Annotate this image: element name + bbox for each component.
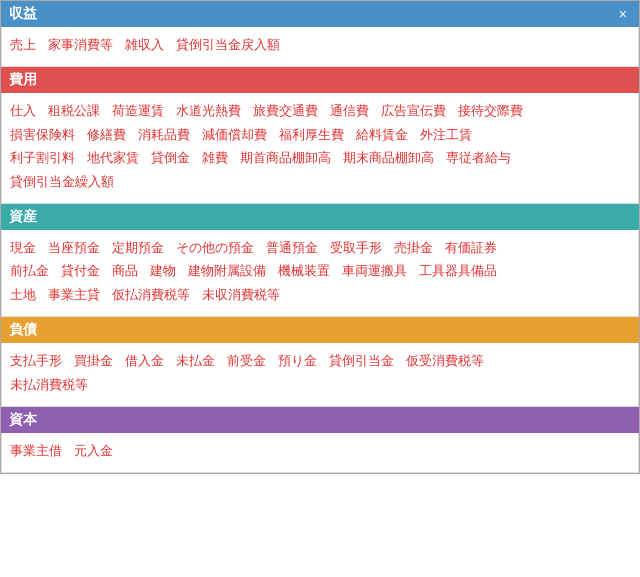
- item-expense-1-5[interactable]: 給料賃金: [356, 123, 408, 146]
- section-expense: 費用仕入租税公課荷造運賃水道光熱費旅費交通費通信費広告宣伝費接待交際費損害保険料…: [1, 67, 639, 204]
- section-liabilities: 負債支払手形買掛金借入金未払金前受金預り金貸倒引当金仮受消費税等未払消費税等: [1, 317, 639, 407]
- item-assets-0-1[interactable]: 当座預金: [48, 236, 100, 259]
- item-expense-1-4[interactable]: 福利厚生費: [279, 123, 344, 146]
- item-row-expense-1: 損害保険料修繕費消耗品費減価償却費福利厚生費給料賃金外注工賃: [10, 123, 630, 146]
- section-content-income: 売上家事消費等雑収入貸倒引当金戻入額: [1, 27, 639, 67]
- item-row-expense-2: 利子割引料地代家賃貸倒金雑費期首商品棚卸高期末商品棚卸高専従者給与: [10, 146, 630, 169]
- item-expense-0-4[interactable]: 旅費交通費: [253, 99, 318, 122]
- item-assets-1-0[interactable]: 前払金: [10, 259, 49, 282]
- item-assets-1-6[interactable]: 車両運搬具: [342, 259, 407, 282]
- item-income-0-3[interactable]: 貸倒引当金戻入額: [176, 33, 280, 56]
- item-assets-0-6[interactable]: 売掛金: [394, 236, 433, 259]
- item-expense-2-6[interactable]: 専従者給与: [446, 146, 511, 169]
- item-income-0-2[interactable]: 雑収入: [125, 33, 164, 56]
- item-expense-0-0[interactable]: 仕入: [10, 99, 36, 122]
- item-expense-1-6[interactable]: 外注工賃: [420, 123, 472, 146]
- item-expense-0-3[interactable]: 水道光熱費: [176, 99, 241, 122]
- item-expense-2-0[interactable]: 利子割引料: [10, 146, 75, 169]
- main-window: 収益×売上家事消費等雑収入貸倒引当金戻入額費用仕入租税公課荷造運賃水道光熱費旅費…: [0, 0, 640, 474]
- section-label-assets: 資産: [9, 208, 37, 226]
- item-assets-0-5[interactable]: 受取手形: [330, 236, 382, 259]
- close-button[interactable]: ×: [615, 6, 631, 22]
- section-header-assets: 資産: [1, 204, 639, 230]
- item-row-assets-0: 現金当座預金定期預金その他の預金普通預金受取手形売掛金有価証券: [10, 236, 630, 259]
- item-income-0-1[interactable]: 家事消費等: [48, 33, 113, 56]
- item-assets-2-2[interactable]: 仮払消費税等: [112, 283, 190, 306]
- item-row-assets-2: 土地事業主貸仮払消費税等未収消費税等: [10, 283, 630, 306]
- item-liabilities-1-0[interactable]: 未払消費税等: [10, 373, 88, 396]
- item-expense-3-0[interactable]: 貸倒引当金繰入額: [10, 170, 114, 193]
- item-expense-1-3[interactable]: 減価償却費: [202, 123, 267, 146]
- item-row-liabilities-1: 未払消費税等: [10, 373, 630, 396]
- item-capital-0-1[interactable]: 元入金: [74, 439, 113, 462]
- item-row-liabilities-0: 支払手形買掛金借入金未払金前受金預り金貸倒引当金仮受消費税等: [10, 349, 630, 372]
- item-expense-2-3[interactable]: 雑費: [202, 146, 228, 169]
- item-liabilities-0-1[interactable]: 買掛金: [74, 349, 113, 372]
- section-capital: 資本事業主借元入金: [1, 407, 639, 473]
- item-assets-1-1[interactable]: 貸付金: [61, 259, 100, 282]
- section-header-income: 収益×: [1, 1, 639, 27]
- section-content-expense: 仕入租税公課荷造運賃水道光熱費旅費交通費通信費広告宣伝費接待交際費損害保険料修繕…: [1, 93, 639, 204]
- item-liabilities-0-7[interactable]: 仮受消費税等: [406, 349, 484, 372]
- section-income: 収益×売上家事消費等雑収入貸倒引当金戻入額: [1, 1, 639, 67]
- item-assets-0-4[interactable]: 普通預金: [266, 236, 318, 259]
- item-assets-1-2[interactable]: 商品: [112, 259, 138, 282]
- item-expense-2-4[interactable]: 期首商品棚卸高: [240, 146, 331, 169]
- section-header-liabilities: 負債: [1, 317, 639, 343]
- item-capital-0-0[interactable]: 事業主借: [10, 439, 62, 462]
- item-row-expense-0: 仕入租税公課荷造運賃水道光熱費旅費交通費通信費広告宣伝費接待交際費: [10, 99, 630, 122]
- item-expense-0-5[interactable]: 通信費: [330, 99, 369, 122]
- section-content-liabilities: 支払手形買掛金借入金未払金前受金預り金貸倒引当金仮受消費税等未払消費税等: [1, 343, 639, 407]
- item-assets-0-3[interactable]: その他の預金: [176, 236, 254, 259]
- item-row-expense-3: 貸倒引当金繰入額: [10, 170, 630, 193]
- section-label-capital: 資本: [9, 411, 37, 429]
- item-income-0-0[interactable]: 売上: [10, 33, 36, 56]
- section-label-income: 収益: [9, 5, 37, 23]
- section-label-expense: 費用: [9, 71, 37, 89]
- item-row-assets-1: 前払金貸付金商品建物建物附属設備機械装置車両運搬具工具器具備品: [10, 259, 630, 282]
- section-content-assets: 現金当座預金定期預金その他の預金普通預金受取手形売掛金有価証券前払金貸付金商品建…: [1, 230, 639, 317]
- item-expense-0-6[interactable]: 広告宣伝費: [381, 99, 446, 122]
- item-liabilities-0-5[interactable]: 預り金: [278, 349, 317, 372]
- item-assets-0-2[interactable]: 定期預金: [112, 236, 164, 259]
- item-liabilities-0-0[interactable]: 支払手形: [10, 349, 62, 372]
- item-row-income-0: 売上家事消費等雑収入貸倒引当金戻入額: [10, 33, 630, 56]
- item-expense-0-1[interactable]: 租税公課: [48, 99, 100, 122]
- item-expense-1-1[interactable]: 修繕費: [87, 123, 126, 146]
- section-header-expense: 費用: [1, 67, 639, 93]
- item-assets-0-0[interactable]: 現金: [10, 236, 36, 259]
- item-liabilities-0-3[interactable]: 未払金: [176, 349, 215, 372]
- section-content-capital: 事業主借元入金: [1, 433, 639, 473]
- item-liabilities-0-6[interactable]: 貸倒引当金: [329, 349, 394, 372]
- item-expense-1-0[interactable]: 損害保険料: [10, 123, 75, 146]
- item-expense-2-2[interactable]: 貸倒金: [151, 146, 190, 169]
- item-liabilities-0-4[interactable]: 前受金: [227, 349, 266, 372]
- item-assets-0-7[interactable]: 有価証券: [445, 236, 497, 259]
- item-assets-2-1[interactable]: 事業主貸: [48, 283, 100, 306]
- item-assets-2-0[interactable]: 土地: [10, 283, 36, 306]
- item-assets-1-3[interactable]: 建物: [150, 259, 176, 282]
- section-label-liabilities: 負債: [9, 321, 37, 339]
- item-expense-2-5[interactable]: 期末商品棚卸高: [343, 146, 434, 169]
- item-expense-2-1[interactable]: 地代家賃: [87, 146, 139, 169]
- item-expense-0-7[interactable]: 接待交際費: [458, 99, 523, 122]
- item-assets-1-7[interactable]: 工具器具備品: [419, 259, 497, 282]
- section-header-capital: 資本: [1, 407, 639, 433]
- item-liabilities-0-2[interactable]: 借入金: [125, 349, 164, 372]
- item-assets-2-3[interactable]: 未収消費税等: [202, 283, 280, 306]
- section-assets: 資産現金当座預金定期預金その他の預金普通預金受取手形売掛金有価証券前払金貸付金商…: [1, 204, 639, 317]
- item-row-capital-0: 事業主借元入金: [10, 439, 630, 462]
- item-assets-1-4[interactable]: 建物附属設備: [188, 259, 266, 282]
- item-assets-1-5[interactable]: 機械装置: [278, 259, 330, 282]
- item-expense-0-2[interactable]: 荷造運賃: [112, 99, 164, 122]
- item-expense-1-2[interactable]: 消耗品費: [138, 123, 190, 146]
